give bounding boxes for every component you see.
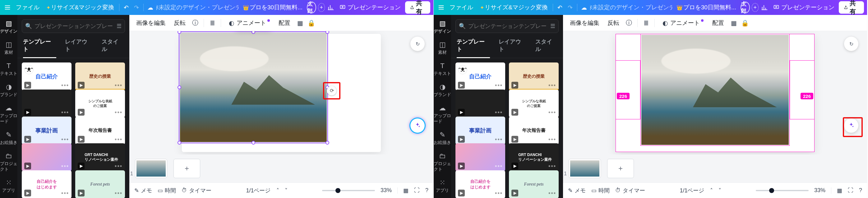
fullscreen-icon[interactable]: ⛶ (414, 187, 420, 194)
rail-uploads[interactable]: ☁アップロード (434, 102, 451, 127)
add-page-button[interactable]: + (174, 159, 200, 178)
template-thumb[interactable]: Forest pets▶••• (75, 170, 125, 198)
prev-page-icon[interactable]: ˄ (276, 187, 279, 194)
present-button[interactable]: プレゼンテーション (337, 2, 403, 13)
add-page-button[interactable]: + (607, 159, 634, 178)
rotate-handle[interactable]: ⟳ (327, 86, 336, 95)
menu-button[interactable] (437, 2, 445, 13)
tab-styles[interactable]: スタイル (535, 36, 557, 55)
file-menu[interactable]: ファイル (447, 2, 476, 13)
rail-brand[interactable]: ◑ブランド (434, 81, 451, 100)
rail-design[interactable]: ▧ デザイン (0, 18, 18, 37)
rail-draw[interactable]: ✎お絵描き (0, 129, 18, 148)
template-thumb[interactable]: ᵔᴥᵔ自己紹介▶••• (22, 63, 71, 91)
share-button[interactable]: 共有 (405, 1, 430, 14)
template-thumb[interactable]: 年次報告書▶••• (509, 117, 559, 144)
cloud-sync-icon[interactable]: ☁ (580, 2, 588, 13)
template-thumb[interactable]: シンプルな表紙 のご提案▶••• (75, 90, 125, 118)
rail-text[interactable]: Tテキスト (434, 60, 451, 79)
rail-apps[interactable]: ⁙アプリ (434, 176, 451, 196)
magic-fab[interactable] (410, 119, 425, 133)
template-thumb[interactable]: ᵔᴥᵔ自己紹介▶••• (456, 63, 505, 91)
info-icon[interactable]: ⓘ (192, 20, 199, 26)
menu-button[interactable] (3, 2, 11, 13)
timer-button[interactable]: ⏱タイマー (182, 187, 211, 194)
pro-trial-button[interactable]: 👑プロを30日間無料... (674, 2, 739, 13)
resize-handle[interactable] (178, 141, 181, 144)
add-collaborator-button[interactable]: + (752, 3, 758, 12)
filter-icon[interactable]: ☰ (117, 23, 122, 30)
grid-view-icon[interactable]: ▦ (837, 187, 842, 194)
redo-button[interactable]: ↷ (132, 2, 141, 13)
undo-button[interactable]: ↶ (122, 2, 130, 13)
next-page-icon[interactable]: ˅ (718, 187, 721, 194)
tab-styles[interactable]: スタイル (102, 36, 124, 55)
timer-button[interactable]: ⏱タイマー (615, 187, 645, 194)
edit-image-button[interactable]: 画像を編集 (134, 18, 167, 28)
resize-handle[interactable] (326, 31, 329, 34)
cloud-sync-icon[interactable]: ☁ (146, 2, 155, 13)
template-thumb[interactable]: GRT DANCHI リノベーション案件▶••• (509, 143, 559, 171)
rail-elements[interactable]: ◫素材 (434, 38, 451, 58)
template-thumb[interactable]: ▶••• (22, 90, 71, 118)
template-thumb[interactable]: 歴史の授業▶••• (75, 63, 125, 91)
page-indicator[interactable]: 1/1ページ (680, 187, 704, 194)
zoom-value[interactable]: 33% (380, 187, 392, 194)
flip-button[interactable]: 反転 (606, 18, 621, 28)
resize-handle[interactable] (178, 86, 181, 89)
animate-button[interactable]: ◐アニメート (226, 18, 272, 28)
template-thumb[interactable]: 事業計画▶••• (22, 117, 71, 144)
rail-design[interactable]: ▧デザイン (434, 18, 451, 37)
zoom-value[interactable]: 33% (814, 187, 826, 194)
transparency-icon[interactable]: ▦ (297, 20, 303, 26)
redo-button[interactable]: ↷ (566, 2, 574, 13)
template-thumb[interactable]: ▶••• (22, 143, 71, 171)
template-thumb[interactable]: ▶••• (456, 90, 505, 118)
doc-title[interactable]: 名称未設定のデザイン・プレゼンテ ... (590, 2, 672, 13)
template-search-input[interactable] (468, 23, 548, 30)
zoom-slider[interactable] (756, 190, 809, 191)
align-icon[interactable]: ≣ (643, 20, 649, 26)
rail-projects[interactable]: 🗀プロジェクト (0, 150, 18, 175)
filter-icon[interactable]: ☰ (550, 23, 555, 30)
resize-magic-button[interactable]: ✦リサイズ&マジック変換 (477, 2, 550, 13)
tab-layouts[interactable]: レイアウト (65, 36, 93, 55)
help-icon[interactable]: ? (859, 187, 862, 194)
duration-button[interactable]: ▭時間 (591, 187, 610, 194)
file-menu[interactable]: ファイル (13, 2, 42, 13)
rail-apps[interactable]: ⁙アプリ (0, 176, 18, 196)
resize-magic-button[interactable]: ✦リサイズ&マジック変換 (44, 2, 117, 13)
rail-text[interactable]: Tテキスト (0, 60, 18, 79)
rail-draw[interactable]: ✎お絵描き (434, 129, 451, 148)
tab-layouts[interactable]: レイアウト (499, 36, 526, 55)
undo-button[interactable]: ↶ (556, 2, 564, 13)
presentation-page[interactable]: ⧉ 🗑 ⋯ ⟳ (182, 34, 381, 152)
insights-button[interactable] (327, 2, 335, 13)
page-settings-button[interactable]: ↻ (410, 37, 425, 51)
notes-button[interactable]: ✎メモ (134, 187, 152, 194)
page-thumb-1[interactable]: 1 (569, 159, 601, 178)
help-icon[interactable]: ? (425, 187, 428, 194)
duration-button[interactable]: ▭時間 (158, 187, 176, 194)
template-thumb[interactable]: 事業計画▶••• (456, 117, 505, 144)
zoom-slider[interactable] (322, 190, 375, 191)
fullscreen-icon[interactable]: ⛶ (848, 187, 854, 194)
doc-title[interactable]: 名称未設定のデザイン・プレゼンテ ... (156, 2, 239, 13)
template-thumb[interactable]: 年次報告書▶••• (75, 117, 125, 144)
rail-elements[interactable]: ◫素材 (0, 38, 18, 58)
page-settings-button[interactable]: ↻ (844, 37, 858, 51)
template-thumb[interactable]: GRT DANCHI リノベーション案件▶••• (75, 143, 125, 171)
template-search[interactable]: 🔍 ☰ (22, 19, 125, 33)
template-thumb[interactable]: Forest pets▶••• (509, 170, 559, 198)
insights-button[interactable] (761, 2, 769, 13)
rail-brand[interactable]: ◑ブランド (0, 81, 18, 100)
user-avatar[interactable]: 太郎 (741, 2, 750, 13)
position-button[interactable]: 配置 (277, 18, 292, 28)
template-search[interactable]: 🔍 ☰ (456, 19, 559, 33)
lock-icon[interactable]: 🔒 (741, 20, 748, 26)
lock-icon[interactable]: 🔒 (308, 20, 315, 26)
pro-trial-button[interactable]: 👑プロを30日間無料... (240, 2, 305, 13)
align-icon[interactable]: ≣ (209, 20, 216, 26)
rail-projects[interactable]: 🗀プロジェクト (434, 150, 451, 175)
template-thumb[interactable]: 歴史の授業▶••• (509, 63, 559, 91)
